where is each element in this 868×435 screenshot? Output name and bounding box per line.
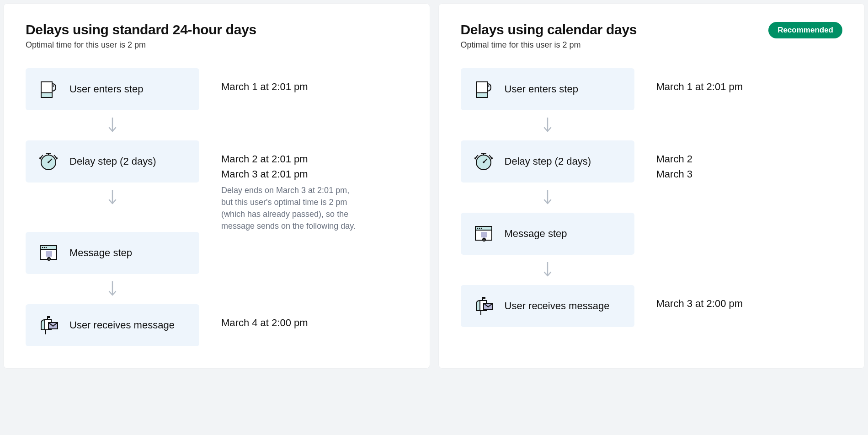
flow-row: Delay step (2 days)March 2March 3: [461, 140, 843, 183]
delay-explainer-panel: Delays using calendar daysOptimal time f…: [439, 4, 865, 368]
svg-rect-22: [48, 316, 50, 318]
svg-point-13: [44, 247, 45, 248]
flow-row: Delay step (2 days)March 2 at 2:01 pmMar…: [26, 140, 408, 183]
step-time: March 1 at 2:01 pm: [656, 79, 843, 94]
svg-point-27: [488, 86, 489, 87]
svg-point-12: [42, 247, 43, 248]
delay-explainer-panel: Delays using standard 24-hour daysOptima…: [4, 4, 430, 368]
window-icon: [474, 224, 494, 244]
flow-row: User enters stepMarch 1 at 2:01 pm: [26, 68, 408, 110]
arrow-down-icon: [26, 183, 199, 213]
mailbox-icon: [38, 315, 59, 335]
arrow-down-icon: [26, 274, 199, 304]
flow-step: User enters step: [461, 68, 634, 110]
step-time: March 4 at 2:00 pm: [221, 315, 408, 330]
panel-title: Delays using calendar days: [461, 22, 637, 38]
step-label: Delay step (2 days): [69, 156, 156, 167]
step-right: March 3 at 2:00 pm: [634, 285, 843, 311]
step-label: Message step: [69, 247, 132, 259]
flow-row: Message step: [26, 232, 408, 274]
arrow-down-icon: [461, 110, 634, 140]
flow-step: Message step: [461, 213, 634, 255]
svg-rect-1: [41, 93, 52, 97]
explanatory-note: Delay ends on March 3 at 2:01 pm, but th…: [221, 184, 358, 232]
step-label: Delay step (2 days): [505, 156, 591, 167]
svg-rect-47: [483, 297, 485, 299]
flow-step: Message step: [26, 232, 199, 274]
step-right: March 1 at 2:01 pm: [199, 68, 408, 94]
svg-point-37: [477, 228, 478, 229]
window-icon: [38, 243, 59, 263]
panel-subtitle: Optimal time for this user is 2 pm: [26, 40, 256, 50]
user-icon: [474, 79, 494, 99]
step-right: [634, 213, 843, 224]
flow-step: User receives message: [461, 285, 634, 327]
step-time: March 3 at 2:00 pm: [656, 296, 843, 311]
panel-subtitle: Optimal time for this user is 2 pm: [461, 40, 637, 50]
clock-icon: [474, 151, 494, 172]
step-label: User receives message: [69, 319, 175, 331]
flow-row: User receives messageMarch 4 at 2:00 pm: [26, 304, 408, 346]
step-label: User receives message: [505, 300, 610, 312]
step-time: March 2: [656, 151, 843, 166]
step-right: March 2 at 2:01 pmMarch 3 at 2:01 pm: [199, 140, 408, 182]
flow-step: Delay step (2 days): [461, 140, 634, 183]
flow-step: User enters step: [26, 68, 199, 110]
arrow-down-icon: [461, 183, 634, 213]
mailbox-icon: [474, 296, 494, 316]
step-right: March 2March 3: [634, 140, 843, 182]
svg-point-2: [53, 86, 54, 87]
step-label: Message step: [505, 228, 567, 240]
arrow-down-icon: [26, 110, 199, 140]
step-label: User enters step: [505, 83, 578, 95]
step-right: March 4 at 2:00 pm: [199, 304, 408, 330]
svg-point-14: [46, 247, 47, 248]
svg-point-39: [480, 228, 482, 229]
clock-icon: [38, 151, 59, 172]
arrow-down-icon: [461, 255, 634, 285]
recommended-badge: Recommended: [768, 22, 842, 38]
step-time: March 2 at 2:01 pm: [221, 151, 408, 166]
step-time: March 3: [656, 166, 843, 182]
flow-step: Delay step (2 days): [26, 140, 199, 183]
flow: User enters stepMarch 1 at 2:01 pm Delay…: [26, 68, 408, 346]
flow-row: User enters stepMarch 1 at 2:01 pm: [461, 68, 843, 110]
flow-step: User receives message: [26, 304, 199, 346]
step-time: March 1 at 2:01 pm: [221, 79, 408, 94]
flow: User enters stepMarch 1 at 2:01 pm Delay…: [461, 68, 843, 327]
flow-row: User receives messageMarch 3 at 2:00 pm: [461, 285, 843, 327]
user-icon: [38, 79, 59, 99]
panel-title: Delays using standard 24-hour days: [26, 22, 256, 38]
flow-row: Message step: [461, 213, 843, 255]
svg-rect-26: [476, 93, 487, 97]
svg-point-38: [479, 228, 480, 229]
step-time: March 3 at 2:01 pm: [221, 166, 408, 182]
step-label: User enters step: [69, 83, 143, 95]
step-right: March 1 at 2:01 pm: [634, 68, 843, 94]
svg-rect-40: [481, 232, 487, 237]
svg-rect-15: [46, 251, 52, 257]
step-right: [199, 232, 408, 243]
